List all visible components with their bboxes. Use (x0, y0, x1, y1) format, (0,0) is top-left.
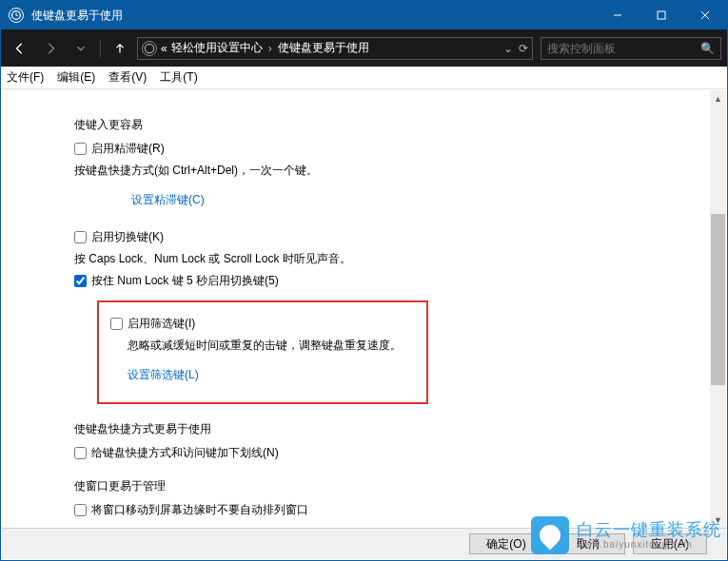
menu-edit[interactable]: 编辑(E) (57, 69, 95, 86)
maximize-button[interactable] (639, 1, 683, 29)
vertical-scrollbar[interactable]: ▲ ▼ (710, 90, 726, 528)
search-input[interactable] (547, 42, 700, 55)
menubar: 文件(F) 编辑(E) 查看(V) 工具(T) (1, 67, 727, 89)
section-typing-title: 使键入更容易 (74, 117, 669, 133)
sticky-keys-label: 启用粘滞键(R) (91, 141, 165, 157)
apply-button[interactable]: 应用(A) (633, 533, 707, 554)
minimize-button[interactable] (596, 1, 639, 29)
close-button[interactable] (683, 1, 727, 29)
cancel-button[interactable]: 取消 (551, 533, 625, 554)
arrange-label: 将窗口移动到屏幕边缘时不要自动排列窗口 (91, 502, 308, 518)
breadcrumb-parent[interactable]: 轻松使用设置中心 (171, 40, 263, 56)
toggle-keys-checkbox[interactable] (74, 231, 87, 243)
filter-keys-label: 启用筛选键(I) (128, 316, 195, 332)
filter-keys-link[interactable]: 设置筛选键(L) (128, 367, 199, 383)
svg-rect-2 (658, 11, 665, 19)
menu-tools[interactable]: 工具(T) (160, 69, 197, 86)
underline-label: 给键盘快捷方式和访问键加下划线(N) (91, 445, 279, 461)
scroll-up-icon[interactable]: ▲ (710, 90, 726, 106)
footer: 确定(O) 取消 应用(A) (2, 528, 726, 559)
ok-button[interactable]: 确定(O) (469, 533, 543, 554)
toggle-keys-row: 启用切换键(K) (74, 229, 669, 245)
filter-keys-checkbox[interactable] (110, 318, 123, 330)
svg-point-5 (145, 44, 153, 52)
arrange-checkbox[interactable] (74, 504, 87, 516)
sticky-keys-row: 启用粘滞键(R) (74, 141, 669, 157)
scroll-thumb[interactable] (711, 214, 725, 385)
toggle-keys-desc: 按 Caps Lock、Num Lock 或 Scroll Lock 时听见声音… (74, 251, 669, 267)
menu-file[interactable]: 文件(F) (7, 69, 44, 86)
section-shortcuts-title: 使键盘快捷方式更易于使用 (74, 421, 669, 437)
breadcrumb[interactable]: « 轻松使用设置中心 › 使键盘更易于使用 ⌄ ⟳ (137, 37, 533, 60)
search-icon[interactable]: 🔍 (700, 42, 715, 55)
search-box[interactable]: 🔍 (541, 37, 721, 60)
sticky-keys-link[interactable]: 设置粘滞键(C) (131, 192, 205, 208)
nav-up-button[interactable] (107, 37, 133, 60)
content-area: 使键入更容易 启用粘滞键(R) 按键盘快捷方式(如 Ctrl+Alt+Del)，… (2, 90, 726, 528)
window-controls (596, 1, 727, 29)
sticky-keys-checkbox[interactable] (74, 143, 87, 155)
navbar: « 轻松使用设置中心 › 使键盘更易于使用 ⌄ ⟳ 🔍 (1, 29, 727, 67)
toggle-numlock-checkbox[interactable] (74, 275, 87, 287)
toggle-keys-label: 启用切换键(K) (91, 229, 164, 245)
breadcrumb-sep: › (268, 42, 272, 55)
titlebar: 使键盘更易于使用 (1, 1, 727, 29)
underline-row: 给键盘快捷方式和访问键加下划线(N) (74, 445, 669, 461)
breadcrumb-prefix: « (161, 42, 167, 55)
section-windows-title: 使窗口更易于管理 (74, 478, 669, 494)
breadcrumb-dropdown-icon[interactable]: ⌄ (503, 42, 513, 55)
breadcrumb-current: 使键盘更易于使用 (278, 40, 369, 56)
window: 使键盘更易于使用 « 轻松使用设置中心 › 使键盘更易于使用 ⌄ ⟳ 🔍 (0, 0, 728, 561)
underline-checkbox[interactable] (74, 447, 87, 459)
menu-view[interactable]: 查看(V) (108, 69, 147, 86)
toggle-sub-row: 按住 Num Lock 键 5 秒启用切换键(5) (74, 273, 669, 289)
filter-keys-desc: 忽略或减缓短时间或重复的击键，调整键盘重复速度。 (128, 338, 415, 354)
breadcrumb-icon (142, 41, 157, 56)
app-icon (9, 8, 24, 23)
sticky-keys-desc: 按键盘快捷方式(如 Ctrl+Alt+Del)，一次一个键。 (74, 163, 669, 179)
filter-keys-highlight: 启用筛选键(I) 忽略或减缓短时间或重复的击键，调整键盘重复速度。 设置筛选键(… (97, 300, 428, 404)
arrange-row: 将窗口移动到屏幕边缘时不要自动排列窗口 (74, 502, 669, 518)
nav-history-button[interactable] (68, 37, 94, 60)
nav-separator (100, 40, 101, 57)
scroll-down-icon[interactable]: ▼ (710, 512, 726, 528)
toggle-numlock-label: 按住 Num Lock 键 5 秒启用切换键(5) (91, 273, 279, 289)
breadcrumb-refresh-icon[interactable]: ⟳ (519, 42, 528, 55)
window-title: 使键盘更易于使用 (31, 8, 596, 24)
nav-back-button[interactable] (7, 37, 33, 60)
filter-keys-row: 启用筛选键(I) (110, 316, 415, 332)
nav-forward-button[interactable] (37, 37, 64, 60)
